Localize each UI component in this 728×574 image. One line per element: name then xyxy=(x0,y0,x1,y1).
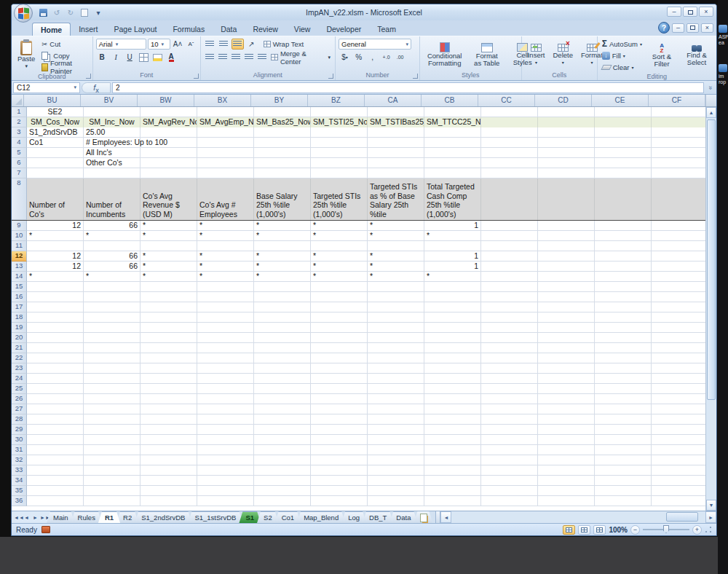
cell-CB21[interactable] xyxy=(424,343,481,353)
cell-BX5[interactable] xyxy=(197,148,254,158)
cell-CA15[interactable] xyxy=(368,282,424,292)
cell-BY15[interactable] xyxy=(254,282,311,292)
cell-CE35[interactable] xyxy=(595,486,652,496)
italic-button[interactable]: I xyxy=(110,52,122,63)
cell-BX24[interactable] xyxy=(197,374,254,384)
cell-BX11[interactable] xyxy=(197,241,254,251)
scroll-down-arrow[interactable]: ▼ xyxy=(706,500,716,511)
cell-CA24[interactable] xyxy=(368,374,424,384)
cell-BV35[interactable] xyxy=(84,486,141,496)
row-header-3[interactable]: 3 xyxy=(12,127,27,138)
cell-CD21[interactable] xyxy=(538,343,595,353)
cell-CB23[interactable] xyxy=(424,363,481,374)
column-header-CB[interactable]: CB xyxy=(422,95,478,106)
wrap-text-button[interactable]: Wrap Text xyxy=(262,39,305,50)
cell-BU19[interactable] xyxy=(27,323,84,333)
cell-BW7[interactable] xyxy=(141,168,197,178)
cell-CC29[interactable] xyxy=(481,425,538,435)
cell-CF32[interactable] xyxy=(652,455,705,465)
sort-filter-button[interactable]: AZ Sort & Filter xyxy=(646,39,678,72)
cell-BZ3[interactable] xyxy=(311,127,368,138)
cell-CC4[interactable] xyxy=(481,138,538,148)
cell-BW28[interactable] xyxy=(141,414,197,425)
cell-BV18[interactable] xyxy=(84,312,141,323)
tab-developer[interactable]: Developer xyxy=(318,23,369,36)
insert-cells-button[interactable]: Insert▾ xyxy=(525,39,548,71)
cell-CD26[interactable] xyxy=(538,394,595,404)
cell-BZ29[interactable] xyxy=(311,425,368,435)
cell-CE15[interactable] xyxy=(595,282,652,292)
cell-CF36[interactable] xyxy=(652,496,705,506)
clipboard-dialog-launcher[interactable] xyxy=(86,74,91,79)
cell-BY24[interactable] xyxy=(254,374,311,384)
cell-CA16[interactable] xyxy=(368,292,424,302)
cell-BZ13[interactable]: * xyxy=(311,262,368,272)
cell-BY22[interactable] xyxy=(254,353,311,363)
cell-BX30[interactable] xyxy=(197,435,254,445)
cell-CC9[interactable] xyxy=(481,221,538,231)
cell-BY29[interactable] xyxy=(254,425,311,435)
tab-view[interactable]: View xyxy=(286,23,319,36)
cell-CD1[interactable] xyxy=(538,107,595,117)
row-header-28[interactable]: 28 xyxy=(12,414,27,425)
cell-BZ23[interactable] xyxy=(311,363,368,374)
cell-BU14[interactable]: * xyxy=(27,272,84,282)
cell-BX12[interactable]: * xyxy=(197,251,254,262)
row-header-27[interactable]: 27 xyxy=(12,404,27,414)
format-painter-button[interactable]: Format Painter xyxy=(40,62,89,72)
cell-CC14[interactable] xyxy=(481,272,538,282)
cell-CC27[interactable] xyxy=(481,404,538,414)
cell-CF14[interactable] xyxy=(652,272,705,282)
cell-BV3[interactable]: 25.00 xyxy=(84,127,141,138)
cell-CF6[interactable] xyxy=(652,158,705,168)
cell-CF27[interactable] xyxy=(652,404,705,414)
tab-split-handle[interactable] xyxy=(435,511,440,523)
cell-CA22[interactable] xyxy=(368,353,424,363)
cell-CC16[interactable] xyxy=(481,292,538,302)
cell-CA6[interactable] xyxy=(368,158,424,168)
cell-BU26[interactable] xyxy=(27,394,84,404)
clear-button[interactable]: Clear▾ xyxy=(601,62,644,72)
cell-CF3[interactable] xyxy=(652,127,705,138)
cell-BX15[interactable] xyxy=(197,282,254,292)
cell-BU24[interactable] xyxy=(27,374,84,384)
cell-CB24[interactable] xyxy=(424,374,481,384)
row-header-33[interactable]: 33 xyxy=(12,465,27,476)
cell-BW33[interactable] xyxy=(141,465,197,476)
cell-BU10[interactable]: * xyxy=(27,231,84,241)
sheet-tab-r2[interactable]: R2 xyxy=(116,511,138,523)
cell-CA32[interactable] xyxy=(368,455,424,465)
cell-BY3[interactable] xyxy=(254,127,311,138)
cell-BU27[interactable] xyxy=(27,404,84,414)
cell-BX16[interactable] xyxy=(197,292,254,302)
cell-CD22[interactable] xyxy=(538,353,595,363)
cell-CD30[interactable] xyxy=(538,435,595,445)
cell-CF5[interactable] xyxy=(652,148,705,158)
borders-button[interactable] xyxy=(138,52,150,63)
cell-CF28[interactable] xyxy=(652,414,705,425)
cell-BY34[interactable] xyxy=(254,476,311,486)
cell-BY7[interactable] xyxy=(254,168,311,178)
cell-BY36[interactable] xyxy=(254,496,311,506)
cell-CB32[interactable] xyxy=(424,455,481,465)
minimize-button[interactable]: – xyxy=(667,7,681,17)
sheet-tab-rules[interactable]: Rules xyxy=(71,511,102,523)
cell-BU25[interactable] xyxy=(27,384,84,394)
cell-CE1[interactable] xyxy=(595,107,652,117)
column-header-CE[interactable]: CE xyxy=(592,95,649,106)
cell-BV27[interactable] xyxy=(84,404,141,414)
cell-BY11[interactable] xyxy=(254,241,311,251)
zoom-out-button[interactable]: − xyxy=(630,525,640,535)
cell-CC36[interactable] xyxy=(481,496,538,506)
cell-CC34[interactable] xyxy=(481,476,538,486)
cell-BZ24[interactable] xyxy=(311,374,368,384)
cell-CF29[interactable] xyxy=(652,425,705,435)
cell-CA18[interactable] xyxy=(368,312,424,323)
cell-BX22[interactable] xyxy=(197,353,254,363)
cell-BX3[interactable] xyxy=(197,127,254,138)
next-sheet-button[interactable]: ► xyxy=(31,515,39,520)
cell-CF17[interactable] xyxy=(652,302,705,312)
cell-BW12[interactable]: * xyxy=(141,251,197,262)
cell-CA31[interactable] xyxy=(368,445,424,455)
help-button[interactable]: ? xyxy=(658,22,670,34)
